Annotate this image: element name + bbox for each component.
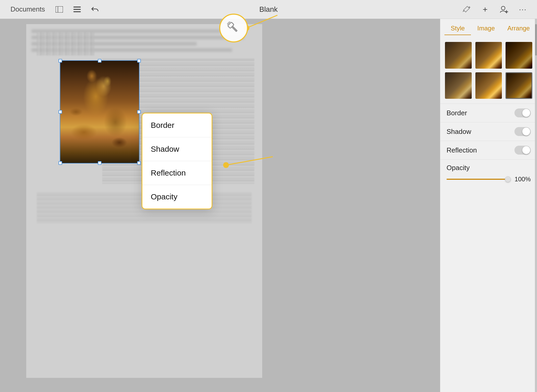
handle-top-left[interactable]: [58, 59, 62, 63]
scrollbar-thumb[interactable]: [535, 24, 537, 56]
opacity-value: 100%: [512, 176, 531, 183]
shadow-label: Shadow: [447, 128, 471, 136]
border-option: Border: [440, 104, 537, 122]
popup-menu: Border Shadow Reflection Opacity: [142, 113, 212, 209]
top-bar: Documents Blank +: [0, 0, 537, 19]
opacity-slider-fill: [447, 179, 505, 180]
panel-tabs: Style Image Arrange: [440, 19, 537, 35]
plus-icon: +: [483, 5, 488, 14]
shadow-option: Shadow: [440, 122, 537, 141]
handle-bottom-middle[interactable]: [98, 161, 101, 165]
svg-rect-2: [73, 7, 81, 8]
undo-button[interactable]: [89, 4, 101, 15]
selected-image[interactable]: [60, 61, 139, 163]
opacity-slider-track[interactable]: [447, 179, 508, 180]
handle-bottom-right[interactable]: [137, 161, 141, 165]
reflection-toggle[interactable]: [514, 146, 531, 155]
format-button-highlight: [219, 14, 248, 42]
popup-item-opacity[interactable]: Opacity: [142, 185, 212, 209]
handle-middle-right[interactable]: [137, 110, 141, 114]
style-thumb-2[interactable]: [475, 41, 503, 69]
user-collab-button[interactable]: [498, 4, 510, 15]
add-button[interactable]: +: [479, 4, 491, 15]
style-thumb-4[interactable]: [444, 72, 472, 100]
border-toggle[interactable]: [514, 108, 531, 117]
sidebar-toggle-button[interactable]: [53, 4, 65, 15]
style-thumb-3[interactable]: [505, 41, 533, 69]
shadow-toggle[interactable]: [514, 127, 531, 136]
style-grid: [440, 37, 537, 104]
more-button[interactable]: ···: [517, 4, 529, 15]
opacity-label: Opacity: [447, 164, 531, 172]
svg-rect-0: [56, 6, 63, 13]
top-bar-right: + ···: [460, 4, 529, 15]
popup-item-border[interactable]: Border: [142, 113, 212, 137]
canvas-area: [0, 19, 450, 392]
svg-point-5: [501, 6, 505, 10]
tab-arrange[interactable]: Arrange: [501, 22, 536, 35]
handle-bottom-left[interactable]: [58, 161, 62, 165]
handle-top-right[interactable]: [137, 59, 141, 63]
reflection-label: Reflection: [447, 146, 477, 154]
cat-image-content: [60, 61, 139, 163]
ellipsis-icon: ···: [519, 5, 527, 14]
svg-rect-1: [58, 6, 58, 13]
scrollbar[interactable]: [535, 19, 537, 392]
handle-top-middle[interactable]: [98, 59, 101, 63]
tab-style[interactable]: Style: [444, 22, 471, 35]
style-thumb-1[interactable]: [444, 41, 472, 69]
list-icon: [73, 7, 81, 12]
border-label: Border: [447, 109, 467, 117]
svg-rect-9: [232, 26, 238, 32]
sidebar-icon: [56, 6, 63, 13]
hammer-icon-highlighted: [226, 20, 241, 36]
reflection-option: Reflection: [440, 141, 537, 159]
format-button[interactable]: [460, 4, 472, 15]
tab-image[interactable]: Image: [471, 22, 501, 35]
user-add-icon: [500, 5, 508, 14]
svg-rect-4: [73, 11, 81, 12]
opacity-slider-thumb[interactable]: [505, 176, 511, 182]
document-title: Blank: [259, 5, 278, 14]
style-thumb-5[interactable]: [475, 72, 503, 100]
documents-button[interactable]: Documents: [8, 4, 47, 14]
hammer-icon-toolbar: [462, 5, 470, 14]
opacity-section: Opacity 100%: [440, 159, 537, 187]
popup-item-reflection[interactable]: Reflection: [142, 161, 212, 185]
blurred-content-top: [37, 32, 94, 56]
right-panel: Style Image Arrange Border Shadow Reflec…: [440, 19, 537, 392]
list-view-button[interactable]: [71, 4, 83, 15]
svg-rect-3: [73, 9, 81, 10]
popup-item-shadow[interactable]: Shadow: [142, 137, 212, 161]
style-thumb-6[interactable]: [505, 72, 533, 100]
opacity-slider-row: 100%: [447, 176, 531, 183]
handle-middle-left[interactable]: [58, 110, 62, 114]
undo-icon: [91, 6, 99, 13]
